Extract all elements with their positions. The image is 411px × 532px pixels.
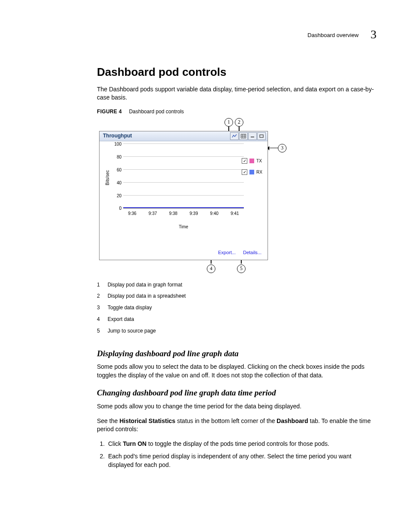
step-item: Click Turn ON to toggle the display of t… (106, 440, 377, 448)
body-paragraph: Some pods allow you to change the time p… (97, 402, 377, 411)
figure: 1 2 3 4 5 Throughput (97, 118, 286, 273)
steps-list: Click Turn ON to toggle the display of t… (97, 440, 377, 470)
x-tick: 9:39 (190, 211, 198, 217)
callout-1: 1 (224, 118, 233, 127)
figure-caption: FIGURE 4 Dashboard pod controls (97, 108, 377, 115)
body-paragraph: Some pods allow you to select the data t… (97, 363, 377, 380)
legend-label-rx: RX (256, 169, 262, 175)
y-tick: 80 (110, 154, 121, 160)
legend-checkbox-rx[interactable]: ✓ (242, 169, 247, 175)
callout-arrow (268, 148, 278, 149)
figure-label: FIGURE 4 (97, 109, 122, 115)
figure-title: Dashboard pod controls (129, 109, 184, 115)
legend-text: Jump to source page (108, 325, 193, 337)
x-tick: 9:41 (230, 211, 239, 217)
x-tick: 9:38 (169, 211, 177, 217)
breadcrumb: Dashboard overview (308, 32, 359, 38)
page-header: Dashboard overview 3 (50, 26, 377, 43)
body-paragraph: See the Historical Statistics status in … (97, 417, 377, 434)
legend-num: 5 (97, 325, 108, 337)
y-tick: 0 (110, 205, 121, 212)
x-axis-label: Time (100, 224, 268, 230)
legend-num: 4 (97, 314, 108, 325)
legend-checkbox-tx[interactable]: ✓ (242, 158, 247, 164)
spreadsheet-view-icon[interactable] (239, 132, 248, 140)
legend-num: 2 (97, 290, 108, 302)
svg-rect-4 (251, 137, 254, 137)
callout-3: 3 (278, 144, 286, 152)
y-tick: 100 (110, 141, 121, 147)
legend-num: 3 (97, 302, 108, 314)
legend-text: Display pod data in a spreadsheet (108, 290, 193, 302)
pod-title: Throughput (103, 132, 230, 140)
export-link[interactable]: Export... (218, 250, 236, 255)
callout-5: 5 (237, 264, 246, 273)
chart-legend: ✓ TX ✓ RX (242, 158, 262, 180)
callout-4: 4 (207, 264, 215, 273)
x-tick: 9:36 (128, 211, 136, 217)
legend-swatch-tx (249, 159, 254, 163)
legend-label-tx: TX (256, 158, 262, 164)
legend-text: Display pod data in graph format (108, 279, 193, 291)
details-link[interactable]: Details... (243, 250, 262, 255)
legend-num: 1 (97, 279, 108, 291)
graph-view-icon[interactable] (230, 132, 239, 140)
y-tick: 20 (110, 193, 121, 199)
chapter-number: 3 (371, 28, 377, 41)
y-axis-label: Bits/sec (105, 170, 111, 185)
section-heading: Displaying dashboard pod line graph data (97, 348, 377, 360)
section-heading: Changing dashboard pod line graph data t… (97, 387, 377, 399)
figure-legend-list: 1Display pod data in graph format 2Displ… (97, 279, 193, 337)
restore-icon[interactable] (257, 132, 266, 140)
pod-titlebar: Throughput (100, 131, 268, 141)
page-title: Dashboard pod controls (97, 64, 377, 80)
svg-rect-5 (260, 135, 263, 137)
callout-2: 2 (235, 118, 243, 127)
x-tick: 9:37 (149, 211, 157, 217)
intro-paragraph: The Dashboard pods support variable data… (97, 85, 377, 102)
legend-swatch-rx (249, 170, 254, 174)
x-tick: 9:40 (210, 211, 218, 217)
y-tick: 60 (110, 167, 121, 173)
step-item: Each pod's time period display is indepe… (106, 452, 377, 469)
legend-text: Toggle data display (108, 302, 193, 314)
minimize-icon[interactable] (248, 132, 257, 140)
data-line (123, 207, 244, 208)
y-tick: 40 (110, 180, 121, 186)
legend-text: Export data (108, 314, 193, 325)
